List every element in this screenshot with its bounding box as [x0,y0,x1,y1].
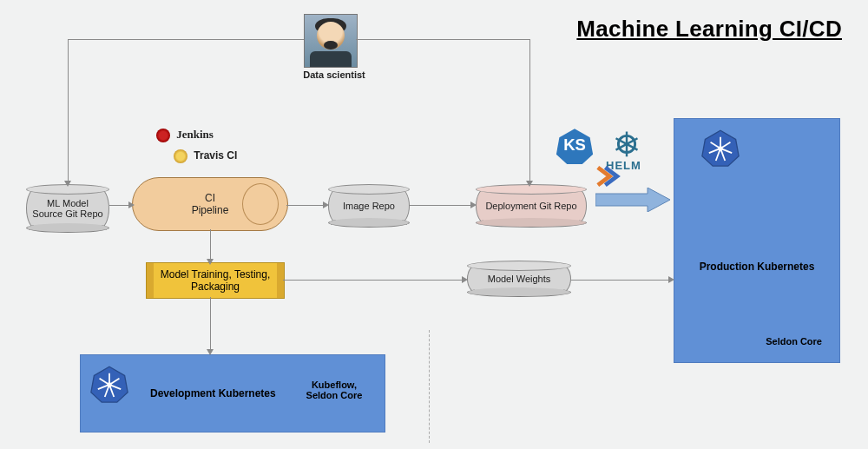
ci-pipeline-label: CI Pipeline [192,192,229,216]
arrowhead-icon [470,201,477,208]
arrowhead-icon [323,201,329,208]
page-title: Machine Learning CI/CD [576,16,842,43]
training-label: Model Training, Testing, Packaging [147,268,284,293]
travis-label: Travis CI [194,149,237,162]
arrowhead-icon [462,276,468,283]
deploy-repo-node: Deployment Git Repo [476,188,587,224]
connector [109,205,130,206]
connector [210,297,211,351]
kubernetes-icon [90,365,128,403]
jenkins-label: Jenkins [176,128,214,141]
travis-badge: Travis CI [174,149,237,163]
jenkins-icon [156,129,170,142]
jenkins-badge: Jenkins [156,128,214,142]
divider [429,330,430,443]
diagram-canvas: Machine Learning CI/CD Data scientist Je… [0,0,868,449]
ci-pipeline-node: CI Pipeline [132,177,288,231]
arrowhead-icon [526,181,533,187]
arrowhead-icon [64,181,71,187]
image-repo-node: Image Repo [328,188,410,224]
svg-text:KS: KS [563,135,586,154]
image-repo-label: Image Repo [343,201,395,211]
kubernetes-icon [701,129,740,167]
connector [68,39,69,182]
training-node: Model Training, Testing, Packaging [146,262,285,299]
data-scientist-avatar [304,14,358,68]
connector [283,280,464,281]
arrowhead-icon [128,201,135,208]
connector [410,205,472,206]
connector [356,39,529,40]
source-repo-node: ML Model Source Git Repo [26,188,109,229]
weights-label: Model Weights [488,274,551,284]
weights-node: Model Weights [467,264,571,294]
connector [210,229,211,261]
prod-k8s-label: Production Kubernetes [700,261,815,273]
dev-k8s-sub: Kubeflow, Seldon Core [299,380,369,400]
connector [286,205,325,206]
dev-k8s-label: Development Kubernetes [150,387,276,399]
prod-k8s-node: Production Kubernetes Seldon Core [674,118,840,363]
arrowhead-icon [207,349,214,355]
deploy-arrow [595,188,670,212]
svg-marker-27 [595,188,670,212]
source-repo-label: ML Model Source Git Repo [32,198,103,219]
connector [68,39,304,40]
data-scientist-label: Data scientist [299,69,369,80]
arrowhead-icon [207,259,214,265]
deploy-repo-label: Deployment Git Repo [485,201,576,211]
travis-icon [174,149,187,163]
connector [529,39,530,182]
connector [571,280,670,281]
ksonnet-icon: KS [556,127,594,168]
prod-k8s-sub: Seldon Core [766,336,822,347]
arrowhead-icon [668,276,674,283]
